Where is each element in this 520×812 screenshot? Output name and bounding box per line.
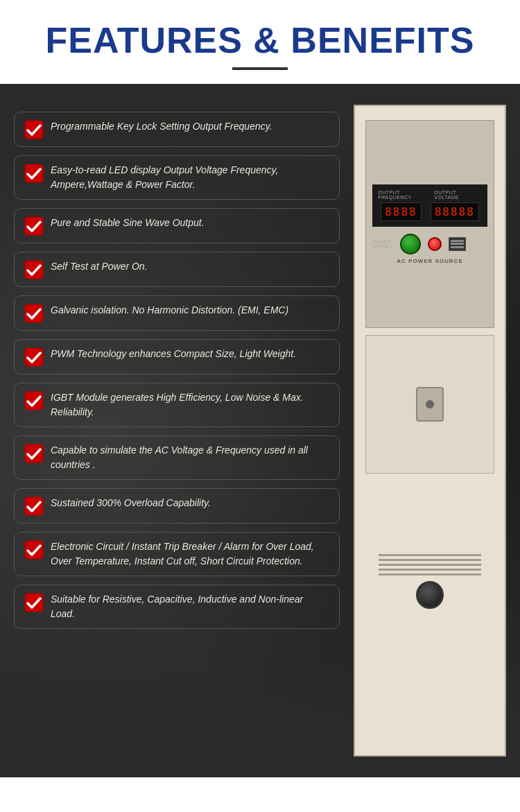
- freq-label: OUTPUT FREQUENCY: [378, 190, 434, 200]
- checkmark-icon-5: [24, 304, 44, 323]
- device-top-panel: OUTPUT FREQUENCY OUTPUT VOLTAGE 8888 888…: [365, 120, 494, 328]
- vent-line-5: [379, 573, 482, 576]
- vent-line-1: [379, 554, 482, 556]
- checkmark-icon-4: [24, 260, 44, 279]
- brand-label: AC POWER SOURCE: [397, 258, 462, 264]
- header-section: FEATURES & BENEFITS: [0, 0, 520, 84]
- power-label: POWEROFF/SET: [372, 239, 393, 249]
- display-labels: OUTPUT FREQUENCY OUTPUT VOLTAGE: [378, 190, 482, 200]
- checkmark-icon-6: [24, 347, 44, 367]
- power-button[interactable]: [400, 234, 421, 254]
- feature-text-4: Self Test at Power On.: [51, 259, 148, 274]
- switch-line-2: [451, 243, 464, 245]
- device-bottom-panel: [365, 477, 494, 616]
- page-title: FEATURES & BENEFITS: [14, 21, 506, 60]
- feature-item-9: Sustained 300% Overload Capability.: [14, 488, 340, 524]
- feature-text-10: Electronic Circuit / Instant Trip Breake…: [51, 539, 329, 569]
- checkmark-icon-3: [24, 216, 44, 236]
- handle-inner: [426, 400, 434, 408]
- feature-text-7: IGBT Module generates High Efficiency, L…: [51, 390, 329, 420]
- feature-item-5: Galvanic isolation. No Harmonic Distorti…: [14, 295, 340, 331]
- device-middle-panel: [365, 335, 494, 474]
- feature-text-5: Galvanic isolation. No Harmonic Distorti…: [51, 303, 288, 318]
- reset-button[interactable]: [428, 237, 442, 251]
- vent-line-2: [379, 559, 482, 561]
- feature-text-8: Capable to simulate the AC Voltage & Fre…: [51, 443, 329, 472]
- feature-text-3: Pure and Stable Sine Wave Output.: [51, 216, 205, 230]
- checkmark-icon-10: [24, 540, 44, 560]
- features-column: Programmable Key Lock Setting Output Fre…: [0, 105, 354, 757]
- feature-item-1: Programmable Key Lock Setting Output Fre…: [14, 112, 340, 147]
- switch-line-1: [451, 240, 464, 242]
- feature-item-3: Pure and Stable Sine Wave Output.: [14, 208, 340, 243]
- feature-item-4: Self Test at Power On.: [14, 252, 340, 287]
- wheel: [416, 581, 444, 609]
- checkmark-icon-2: [24, 164, 44, 183]
- volt-readout: 88888: [431, 202, 479, 221]
- feature-text-1: Programmable Key Lock Setting Output Fre…: [51, 119, 272, 134]
- switch-line-3: [451, 246, 464, 248]
- vent-line-3: [379, 564, 482, 566]
- feature-item-8: Capable to simulate the AC Voltage & Fre…: [14, 435, 340, 480]
- checkmark-icon-11: [24, 593, 44, 612]
- volt-label: OUTPUT VOLTAGE: [434, 190, 481, 200]
- checkmark-icon-8: [24, 444, 44, 463]
- freq-readout: 8888: [381, 202, 422, 221]
- vent-line-4: [379, 569, 482, 571]
- checkmark-icon-7: [24, 391, 44, 411]
- feature-text-9: Sustained 300% Overload Capability.: [51, 496, 211, 510]
- feature-item-10: Electronic Circuit / Instant Trip Breake…: [14, 532, 340, 576]
- header-underline: [232, 67, 288, 70]
- switch-panel: [449, 237, 466, 251]
- feature-item-2: Easy-to-read LED display Output Voltage …: [14, 155, 340, 200]
- device-body: OUTPUT FREQUENCY OUTPUT VOLTAGE 8888 888…: [354, 105, 506, 757]
- feature-text-11: Suitable for Resistive, Capacitive, Indu…: [51, 592, 329, 621]
- feature-item-7: IGBT Module generates High Efficiency, L…: [14, 383, 340, 427]
- display-panel: OUTPUT FREQUENCY OUTPUT VOLTAGE 8888 888…: [372, 184, 487, 227]
- control-panel: POWEROFF/SET: [372, 234, 487, 254]
- feature-text-2: Easy-to-read LED display Output Voltage …: [51, 163, 329, 192]
- feature-item-11: Suitable for Resistive, Capacitive, Indu…: [14, 585, 340, 629]
- display-readouts: 8888 88888: [378, 202, 482, 221]
- handle-slot: [416, 387, 444, 422]
- feature-text-6: PWM Technology enhances Compact Size, Li…: [51, 347, 296, 361]
- vent-lines: [365, 554, 494, 576]
- feature-item-6: PWM Technology enhances Compact Size, Li…: [14, 339, 340, 374]
- checkmark-icon-9: [24, 496, 44, 516]
- device-column: OUTPUT FREQUENCY OUTPUT VOLTAGE 8888 888…: [354, 105, 520, 757]
- features-section: Programmable Key Lock Setting Output Fre…: [0, 84, 520, 777]
- checkmark-icon-1: [24, 120, 44, 139]
